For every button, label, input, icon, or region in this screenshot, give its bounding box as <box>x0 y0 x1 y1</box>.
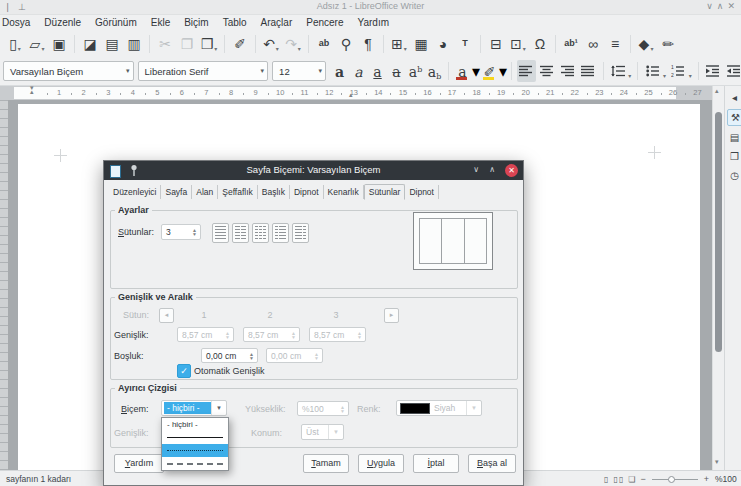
line-style-option-dotted[interactable] <box>162 444 228 457</box>
tab-dipnot[interactable]: Dipnot <box>405 185 439 199</box>
scroll-down-icon[interactable]: ▾ <box>715 458 719 466</box>
menu-yardım[interactable]: Yardım <box>351 16 397 29</box>
autowidth-checkbox[interactable]: ✓ <box>177 364 191 378</box>
find-replace-button[interactable]: ⚲ <box>336 33 356 55</box>
preset-right-narrow-button[interactable] <box>292 223 309 243</box>
formatting-marks-button[interactable]: ¶ <box>358 33 378 55</box>
scrollbar-thumb[interactable] <box>715 112 722 352</box>
width-column3-input[interactable]: 8,57 cm ▲▼ <box>309 327 366 342</box>
tab-sütunlar[interactable]: Sütunlar <box>364 184 406 200</box>
menu-dosya[interactable]: Dosya <box>0 16 37 29</box>
preset-three-columns-button[interactable] <box>252 223 269 243</box>
help-button[interactable]: Yardım <box>114 454 164 473</box>
line-style-option-dashed[interactable] <box>162 457 228 470</box>
columns-count-input[interactable]: 3 ▲▼ <box>161 224 201 240</box>
paste-button[interactable]: ❒▾ <box>199 33 219 55</box>
align-center-button[interactable] <box>538 60 557 82</box>
paragraph-style-select[interactable]: Varsayılan Biçem ▾ <box>3 61 134 81</box>
copy-button[interactable]: ❐ <box>177 33 197 55</box>
new-document-button[interactable]: ▯▾ <box>5 33 25 55</box>
insert-chart-button[interactable]: ◕ <box>433 33 453 55</box>
strikethrough-button[interactable]: a <box>387 60 406 82</box>
dialog-minimize-icon[interactable]: ∨ <box>473 165 479 174</box>
menu-düzenle[interactable]: Düzenle <box>37 16 88 29</box>
preset-left-narrow-button[interactable] <box>272 223 289 243</box>
dialog-titlebar[interactable]: Sayfa Biçemi: Varsayılan Biçem ∨ ∧ ✕ <box>104 161 523 180</box>
zoom-slider-thumb[interactable] <box>668 476 675 483</box>
line-style-option-solid[interactable] <box>162 431 228 444</box>
line-height-input[interactable]: %100 ▲▼ <box>297 401 349 416</box>
cancel-button[interactable]: İptal <box>413 454 459 473</box>
zoom-level[interactable]: %100 <box>715 474 741 484</box>
tab-düzenleyici[interactable]: Düzenleyici <box>109 185 161 199</box>
menu-biçim[interactable]: Biçim <box>177 16 215 29</box>
spacing-input-1[interactable]: 0,00 cm ▲▼ <box>201 348 258 363</box>
reset-button[interactable]: Başa al <box>468 454 516 473</box>
font-color-button[interactable]: a <box>453 60 472 82</box>
sidebar-collapse-icon[interactable]: ◂ <box>727 90 741 105</box>
chevron-down-icon[interactable]: ▾ <box>298 45 301 55</box>
insert-comment-button[interactable]: ≡ <box>605 33 625 55</box>
highlight-color-button[interactable]: ✐ <box>480 60 499 82</box>
menu-pencere[interactable]: Pencere <box>299 16 350 29</box>
export-pdf-button[interactable]: ◪ <box>80 33 100 55</box>
preset-two-columns-button[interactable] <box>232 223 249 243</box>
line-position-select[interactable]: Üst ▼ <box>301 424 344 440</box>
chevron-down-icon[interactable]: ▾ <box>41 45 44 55</box>
decrease-indent-button[interactable] <box>724 60 741 82</box>
book-view-icon[interactable]: ❏ <box>628 475 636 484</box>
preset-one-column-button[interactable] <box>212 223 229 243</box>
tab-alan[interactable]: Alan <box>192 185 218 199</box>
insert-footnote-button[interactable]: ab¹ <box>561 33 581 55</box>
line-style-option-none[interactable]: - hiçbiri - <box>162 418 228 431</box>
scroll-up-icon[interactable]: ▴ <box>715 87 719 95</box>
width-column2-input[interactable]: 8,57 cm ▲▼ <box>243 327 300 342</box>
insert-table-button[interactable]: ⊞▾ <box>389 33 409 55</box>
tab-dipnot[interactable]: Dipnot <box>290 185 324 199</box>
align-justify-button[interactable] <box>579 60 598 82</box>
chevron-down-icon[interactable]: ▾ <box>523 45 526 55</box>
window-close-icon[interactable]: ✕ <box>727 1 739 11</box>
column-scroll-left-button[interactable]: ◂ <box>159 308 174 323</box>
chevron-down-icon[interactable]: ▾ <box>18 45 21 55</box>
save-button[interactable]: ▣ <box>49 33 69 55</box>
menu-tablo[interactable]: Tablo <box>216 16 254 29</box>
print-button[interactable]: ▤ <box>102 33 122 55</box>
clone-formatting-button[interactable]: ✐ <box>230 33 250 55</box>
window-maximize-icon[interactable]: ∧ <box>717 1 728 11</box>
subscript-button[interactable]: ab <box>425 60 444 82</box>
menu-görünüm[interactable]: Görünüm <box>88 16 144 29</box>
show-draw-functions-button[interactable]: ✏ <box>658 33 678 55</box>
zoom-in-button[interactable]: + <box>702 474 711 484</box>
align-left-button[interactable] <box>517 60 536 82</box>
insert-page-break-button[interactable]: ⊟ <box>486 33 506 55</box>
chevron-down-icon[interactable]: ▾ <box>499 62 507 81</box>
menu-ekle[interactable]: Ekle <box>144 16 177 29</box>
window-minimize-icon[interactable]: ∨ <box>706 1 717 11</box>
chevron-down-icon[interactable]: ▾ <box>472 62 480 81</box>
font-name-select[interactable]: Liberation Serif ▾ <box>138 61 269 81</box>
open-file-button[interactable]: ▱▾ <box>27 33 47 55</box>
spelling-button[interactable]: ab <box>314 33 334 55</box>
single-page-view-icon[interactable]: ▯ <box>604 475 609 484</box>
font-size-select[interactable]: 12 ▾ <box>272 61 326 81</box>
bold-button[interactable]: a <box>330 60 349 82</box>
ok-button[interactable]: Tamam <box>303 454 349 473</box>
superscript-button[interactable]: ab <box>406 60 425 82</box>
increase-indent-button[interactable] <box>704 60 723 82</box>
line-spacing-button[interactable] <box>609 60 628 82</box>
tab-sayfa[interactable]: Sayfa <box>161 185 192 199</box>
tab-kenarlık[interactable]: Kenarlık <box>324 185 364 199</box>
cut-button[interactable]: ✂ <box>155 33 175 55</box>
redo-button[interactable]: ↷▾ <box>283 33 303 55</box>
dialog-close-button[interactable]: ✕ <box>505 164 518 177</box>
width-column1-input[interactable]: 8,57 cm ▲▼ <box>177 327 234 342</box>
sidebar-page-icon[interactable]: ▤ <box>727 130 741 145</box>
undo-button[interactable]: ↶▾ <box>261 33 281 55</box>
chevron-down-icon[interactable]: ▾ <box>276 45 279 55</box>
chevron-down-icon[interactable]: ▾ <box>214 45 217 55</box>
chevron-down-icon[interactable]: ▾ <box>650 45 653 55</box>
italic-button[interactable]: a <box>349 60 368 82</box>
print-preview-button[interactable]: ▥ <box>124 33 144 55</box>
tab-şeffaflık[interactable]: Şeffaflık <box>218 185 258 199</box>
